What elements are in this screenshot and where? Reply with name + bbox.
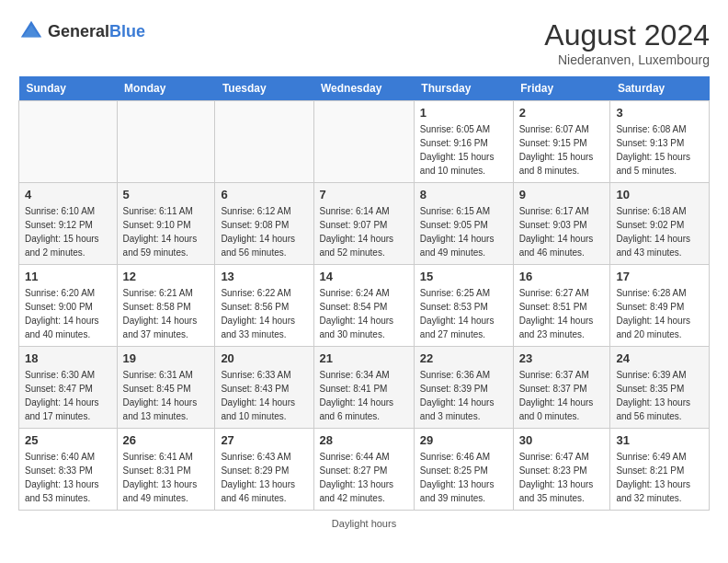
month-year: August 2024 [544, 18, 710, 52]
day-info: Sunrise: 6:05 AM Sunset: 9:16 PM Dayligh… [420, 122, 507, 178]
calendar-cell: 10Sunrise: 6:18 AM Sunset: 9:02 PM Dayli… [610, 183, 710, 265]
day-of-week-header: Tuesday [215, 76, 313, 101]
day-info: Sunrise: 6:31 AM Sunset: 8:45 PM Dayligh… [123, 368, 210, 423]
calendar-week-row: 1Sunrise: 6:05 AM Sunset: 9:16 PM Daylig… [19, 101, 710, 183]
calendar-cell: 1Sunrise: 6:05 AM Sunset: 9:16 PM Daylig… [414, 101, 513, 183]
day-number: 14 [320, 270, 408, 283]
day-info: Sunrise: 6:18 AM Sunset: 9:02 PM Dayligh… [616, 204, 703, 259]
day-info: Sunrise: 6:25 AM Sunset: 8:53 PM Dayligh… [420, 286, 507, 341]
day-info: Sunrise: 6:30 AM Sunset: 8:47 PM Dayligh… [25, 368, 111, 423]
day-of-week-header: Monday [117, 76, 215, 101]
logo-blue: Blue [109, 22, 145, 40]
calendar-cell: 21Sunrise: 6:34 AM Sunset: 8:41 PM Dayli… [313, 347, 414, 429]
calendar-cell: 2Sunrise: 6:07 AM Sunset: 9:15 PM Daylig… [513, 101, 610, 183]
logo-icon [18, 18, 44, 44]
day-info: Sunrise: 6:21 AM Sunset: 8:58 PM Dayligh… [123, 286, 210, 341]
day-number: 11 [25, 270, 111, 283]
day-info: Sunrise: 6:47 AM Sunset: 8:23 PM Dayligh… [519, 450, 605, 505]
logo: GeneralBlue [18, 18, 145, 44]
day-info: Sunrise: 6:08 AM Sunset: 9:13 PM Dayligh… [616, 122, 703, 178]
calendar-cell: 20Sunrise: 6:33 AM Sunset: 8:43 PM Dayli… [215, 347, 313, 429]
location: Niederanven, Luxembourg [544, 52, 710, 67]
day-number: 17 [616, 270, 703, 283]
day-info: Sunrise: 6:37 AM Sunset: 8:37 PM Dayligh… [519, 368, 605, 423]
day-number: 8 [420, 188, 507, 201]
day-info: Sunrise: 6:44 AM Sunset: 8:27 PM Dayligh… [320, 450, 408, 505]
calendar-cell [313, 101, 414, 183]
day-info: Sunrise: 6:28 AM Sunset: 8:49 PM Dayligh… [616, 286, 703, 341]
day-info: Sunrise: 6:20 AM Sunset: 9:00 PM Dayligh… [25, 286, 111, 341]
day-number: 2 [519, 106, 605, 120]
calendar-cell: 14Sunrise: 6:24 AM Sunset: 8:54 PM Dayli… [313, 265, 414, 347]
day-of-week-header: Sunday [19, 76, 118, 101]
day-info: Sunrise: 6:24 AM Sunset: 8:54 PM Dayligh… [320, 286, 408, 341]
day-info: Sunrise: 6:27 AM Sunset: 8:51 PM Dayligh… [519, 286, 605, 341]
day-info: Sunrise: 6:14 AM Sunset: 9:07 PM Dayligh… [320, 204, 408, 259]
calendar-cell [19, 101, 118, 183]
day-number: 27 [221, 433, 307, 447]
calendar-cell: 15Sunrise: 6:25 AM Sunset: 8:53 PM Dayli… [414, 265, 513, 347]
calendar-cell: 19Sunrise: 6:31 AM Sunset: 8:45 PM Dayli… [117, 347, 215, 429]
day-of-week-header: Thursday [414, 76, 513, 101]
calendar-cell: 3Sunrise: 6:08 AM Sunset: 9:13 PM Daylig… [610, 101, 710, 183]
day-info: Sunrise: 6:49 AM Sunset: 8:21 PM Dayligh… [616, 450, 703, 505]
day-number: 20 [221, 351, 307, 365]
calendar-week-row: 18Sunrise: 6:30 AM Sunset: 8:47 PM Dayli… [19, 347, 710, 429]
day-number: 25 [25, 433, 111, 447]
day-number: 22 [420, 351, 507, 365]
logo-general: General [48, 22, 109, 40]
calendar-cell: 16Sunrise: 6:27 AM Sunset: 8:51 PM Dayli… [513, 265, 610, 347]
calendar-cell: 24Sunrise: 6:39 AM Sunset: 8:35 PM Dayli… [610, 347, 710, 429]
calendar-cell: 23Sunrise: 6:37 AM Sunset: 8:37 PM Dayli… [513, 347, 610, 429]
calendar-cell: 17Sunrise: 6:28 AM Sunset: 8:49 PM Dayli… [610, 265, 710, 347]
day-info: Sunrise: 6:33 AM Sunset: 8:43 PM Dayligh… [221, 368, 307, 423]
day-info: Sunrise: 6:43 AM Sunset: 8:29 PM Dayligh… [221, 450, 307, 505]
day-number: 28 [320, 433, 408, 447]
calendar-cell: 4Sunrise: 6:10 AM Sunset: 9:12 PM Daylig… [19, 183, 118, 265]
calendar-week-row: 11Sunrise: 6:20 AM Sunset: 9:00 PM Dayli… [19, 265, 710, 347]
day-number: 19 [123, 351, 210, 365]
calendar-cell: 31Sunrise: 6:49 AM Sunset: 8:21 PM Dayli… [610, 429, 710, 511]
day-number: 13 [221, 270, 307, 283]
day-info: Sunrise: 6:40 AM Sunset: 8:33 PM Dayligh… [25, 450, 111, 505]
day-of-week-header: Saturday [610, 76, 710, 101]
day-number: 3 [616, 106, 703, 120]
footer-note: Daylight hours [18, 518, 710, 529]
day-number: 18 [25, 351, 111, 365]
calendar-cell: 26Sunrise: 6:41 AM Sunset: 8:31 PM Dayli… [117, 429, 215, 511]
calendar-cell: 30Sunrise: 6:47 AM Sunset: 8:23 PM Dayli… [513, 429, 610, 511]
calendar-cell: 22Sunrise: 6:36 AM Sunset: 8:39 PM Dayli… [414, 347, 513, 429]
calendar-cell: 25Sunrise: 6:40 AM Sunset: 8:33 PM Dayli… [19, 429, 118, 511]
day-number: 16 [519, 270, 605, 283]
calendar-cell: 8Sunrise: 6:15 AM Sunset: 9:05 PM Daylig… [414, 183, 513, 265]
calendar-cell: 12Sunrise: 6:21 AM Sunset: 8:58 PM Dayli… [117, 265, 215, 347]
calendar-cell: 5Sunrise: 6:11 AM Sunset: 9:10 PM Daylig… [117, 183, 215, 265]
day-number: 31 [616, 433, 703, 447]
day-number: 12 [123, 270, 210, 283]
calendar-week-row: 4Sunrise: 6:10 AM Sunset: 9:12 PM Daylig… [19, 183, 710, 265]
day-info: Sunrise: 6:11 AM Sunset: 9:10 PM Dayligh… [123, 204, 210, 259]
day-info: Sunrise: 6:36 AM Sunset: 8:39 PM Dayligh… [420, 368, 507, 423]
calendar-cell [215, 101, 313, 183]
calendar-header-row: SundayMondayTuesdayWednesdayThursdayFrid… [19, 76, 710, 101]
day-info: Sunrise: 6:34 AM Sunset: 8:41 PM Dayligh… [320, 368, 408, 423]
header: GeneralBlue August 2024 Niederanven, Lux… [18, 18, 710, 67]
calendar-cell: 13Sunrise: 6:22 AM Sunset: 8:56 PM Dayli… [215, 265, 313, 347]
day-number: 1 [420, 106, 507, 120]
day-number: 4 [25, 188, 111, 201]
day-number: 5 [123, 188, 210, 201]
day-info: Sunrise: 6:07 AM Sunset: 9:15 PM Dayligh… [519, 122, 605, 178]
calendar-cell: 29Sunrise: 6:46 AM Sunset: 8:25 PM Dayli… [414, 429, 513, 511]
day-number: 10 [616, 188, 703, 201]
day-number: 9 [519, 188, 605, 201]
calendar-table: SundayMondayTuesdayWednesdayThursdayFrid… [18, 76, 710, 511]
day-info: Sunrise: 6:41 AM Sunset: 8:31 PM Dayligh… [123, 450, 210, 505]
calendar-cell: 6Sunrise: 6:12 AM Sunset: 9:08 PM Daylig… [215, 183, 313, 265]
day-number: 23 [519, 351, 605, 365]
day-info: Sunrise: 6:22 AM Sunset: 8:56 PM Dayligh… [221, 286, 307, 341]
calendar-cell: 7Sunrise: 6:14 AM Sunset: 9:07 PM Daylig… [313, 183, 414, 265]
day-info: Sunrise: 6:17 AM Sunset: 9:03 PM Dayligh… [519, 204, 605, 259]
day-info: Sunrise: 6:10 AM Sunset: 9:12 PM Dayligh… [25, 204, 111, 259]
calendar-cell [117, 101, 215, 183]
calendar-cell: 9Sunrise: 6:17 AM Sunset: 9:03 PM Daylig… [513, 183, 610, 265]
